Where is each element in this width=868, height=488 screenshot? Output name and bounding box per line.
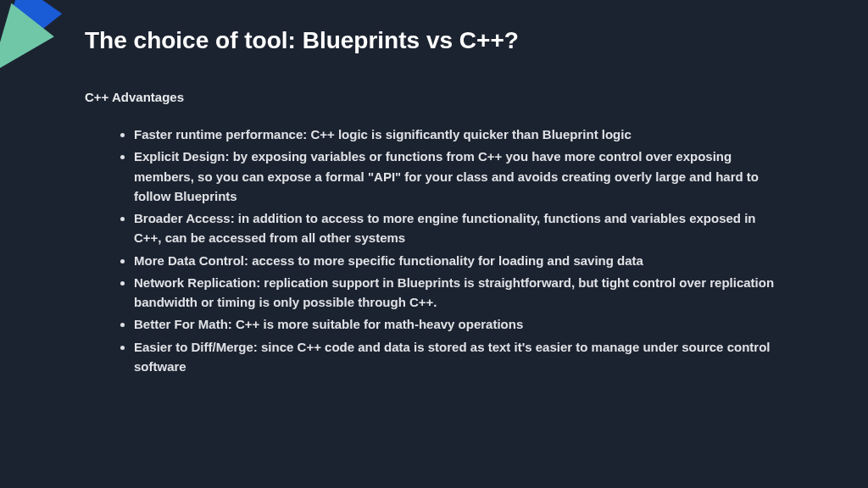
list-item: Network Replication: replication support… (134, 273, 800, 313)
list-item: Broader Access: in addition to access to… (134, 208, 800, 248)
list-item: Faster runtime performance: C++ logic is… (134, 125, 800, 144)
list-item: Better For Math: C++ is more suitable fo… (134, 314, 800, 334)
slide-title: The choice of tool: Blueprints vs C++? (85, 27, 800, 54)
list-item: Easier to Diff/Merge: since C++ code and… (134, 337, 800, 377)
item-lead: Network Replication: (134, 275, 264, 290)
item-lead: Broader Access: (134, 211, 238, 225)
item-lead: Explicit Design: (134, 149, 233, 164)
item-lead: More Data Control: (134, 253, 252, 268)
list-item: Explicit Design: by exposing variables o… (134, 147, 800, 206)
item-lead: Easier to Diff/Merge: (134, 340, 261, 354)
item-lead: Faster runtime performance: (134, 127, 310, 141)
advantages-list: Faster runtime performance: C++ logic is… (85, 125, 800, 376)
slide-content: The choice of tool: Blueprints vs C++? C… (0, 0, 868, 488)
item-body: C++ logic is significantly quicker than … (310, 127, 631, 141)
section-subtitle: C++ Advantages (85, 90, 800, 104)
item-body: access to more specific functionality fo… (252, 253, 643, 268)
item-body: C++ is more suitable for math-heavy oper… (236, 317, 523, 331)
list-item: More Data Control: access to more specif… (134, 251, 800, 270)
item-lead: Better For Math: (134, 317, 236, 331)
